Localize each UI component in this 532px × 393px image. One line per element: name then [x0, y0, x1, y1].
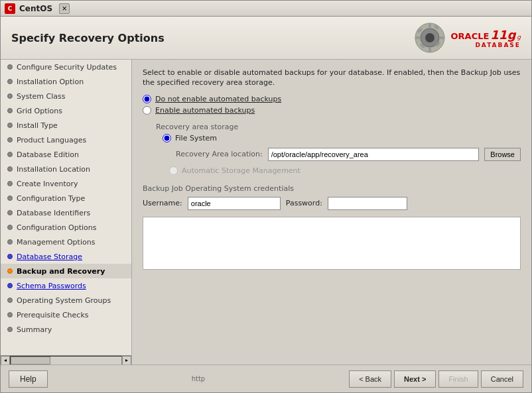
sidebar: Configure Security UpdatesInstallation O… [1, 60, 132, 365]
hscroll-right-btn[interactable]: ▸ [122, 356, 131, 365]
sidebar-item-14: Backup and Recovery [1, 264, 131, 278]
enable-backup-radio[interactable] [143, 106, 151, 115]
help-button[interactable]: Help [9, 370, 48, 388]
oracle-text: ORACLE [451, 31, 490, 41]
hscroll-left-btn[interactable]: ◂ [1, 356, 10, 365]
asm-option[interactable]: Automatic Storage Management [169, 166, 521, 175]
username-label: Username: [143, 199, 182, 207]
hscroll-track[interactable] [10, 356, 122, 365]
sidebar-item-label-11: Configuration Options [17, 223, 97, 232]
svg-point-2 [425, 33, 434, 42]
sidebar-item-label-13: Database Storage [17, 253, 82, 261]
browse-button[interactable]: Browse [484, 148, 521, 161]
sidebar-item-15[interactable]: Schema Passwords [1, 278, 131, 293]
cancel-button[interactable]: Cancel [481, 370, 523, 388]
sidebar-item-5[interactable]: Product Languages [1, 133, 131, 147]
sidebar-item-16[interactable]: Operating System Groups [1, 293, 131, 308]
credentials-label: Backup Job Operating System credentials [143, 184, 521, 193]
sidebar-item-17[interactable]: Prerequisite Checks [1, 308, 131, 322]
sidebar-item-1[interactable]: Installation Option [1, 74, 131, 89]
sidebar-dot-18 [7, 327, 13, 332]
recovery-area-label: Recovery area storage [156, 123, 521, 131]
sidebar-dot-9 [7, 196, 13, 201]
sidebar-item-6[interactable]: Database Edition [1, 147, 131, 162]
sidebar-item-13[interactable]: Database Storage [1, 249, 131, 264]
sidebar-item-18[interactable]: Summary [1, 322, 131, 337]
password-input[interactable] [328, 197, 407, 210]
recovery-location-label: Recovery Area location: [176, 150, 263, 158]
file-system-label[interactable]: File System [175, 134, 217, 142]
page-header: Specify Recovery Options ORACLE [1, 17, 531, 60]
username-input[interactable] [188, 197, 281, 210]
oracle-logo: ORACLE 11g g DATABASE [414, 22, 521, 54]
svg-rect-4 [429, 47, 431, 52]
sidebar-item-label-7: Installation Location [17, 165, 90, 174]
sidebar-dot-8 [7, 181, 13, 186]
sidebar-dot-1 [7, 79, 13, 84]
sidebar-dot-16 [7, 298, 13, 303]
page-title: Specify Recovery Options [11, 32, 165, 44]
sidebar-dot-17 [7, 312, 13, 317]
sidebar-item-3[interactable]: Grid Options [1, 103, 131, 118]
recovery-location-input[interactable] [268, 148, 480, 161]
no-backup-label[interactable]: Do not enable automated backups [155, 95, 281, 103]
no-backup-option[interactable]: Do not enable automated backups [143, 95, 521, 103]
finish-button[interactable]: Finish [438, 370, 478, 388]
sidebar-item-label-16: Operating System Groups [17, 296, 111, 305]
svg-rect-5 [415, 36, 421, 39]
sidebar-item-label-10: Database Identifiers [17, 209, 90, 217]
sidebar-item-label-12: Management Options [17, 238, 95, 247]
sidebar-dot-0 [7, 64, 13, 70]
sidebar-dot-14 [7, 268, 13, 274]
oracle-db-sub: DATABASE [475, 42, 521, 48]
hscroll-thumb[interactable] [11, 357, 50, 365]
sidebar-dot-5 [7, 137, 13, 142]
sidebar-item-9[interactable]: Configuration Type [1, 191, 131, 205]
recovery-location-row: Recovery Area location: Browse [176, 148, 521, 161]
sidebar-dot-15 [7, 283, 13, 288]
enable-backup-option[interactable]: Enable automated backups [143, 106, 521, 115]
sidebar-item-7[interactable]: Installation Location [1, 162, 131, 176]
file-system-radio[interactable] [163, 134, 171, 142]
sidebar-item-0[interactable]: Configure Security Updates [1, 60, 131, 74]
no-backup-radio[interactable] [143, 95, 151, 103]
close-button[interactable]: × [59, 3, 70, 14]
oracle-gear-icon [414, 22, 446, 54]
sidebar-item-label-9: Configuration Type [17, 194, 85, 203]
sidebar-item-12[interactable]: Management Options [1, 235, 131, 249]
sidebar-item-label-4: Install Type [17, 121, 58, 130]
sidebar-dot-10 [7, 210, 13, 215]
sidebar-item-4[interactable]: Install Type [1, 118, 131, 133]
log-area [143, 217, 521, 270]
main-content-panel: Select to enable or disable automated ba… [132, 60, 531, 365]
sidebar-scroll[interactable]: Configure Security UpdatesInstallation O… [1, 60, 131, 355]
sidebar-item-10[interactable]: Database Identifiers [1, 205, 131, 220]
footer-left: Help [9, 370, 48, 388]
sidebar-dot-4 [7, 123, 13, 128]
sidebar-item-label-6: Database Edition [17, 150, 79, 159]
footer-right: < Back Next > Finish Cancel [349, 370, 523, 388]
back-button[interactable]: < Back [349, 370, 391, 388]
sidebar-dot-11 [7, 225, 13, 230]
file-system-option[interactable]: File System [163, 134, 521, 142]
sidebar-item-2[interactable]: System Class [1, 89, 131, 103]
footer-url: http [192, 375, 206, 382]
next-button[interactable]: Next > [394, 370, 436, 388]
titlebar-label: CentOS [19, 4, 52, 13]
asm-label: Automatic Storage Management [182, 166, 300, 175]
asm-radio[interactable] [169, 166, 178, 175]
backup-options-group: Do not enable automated backups Enable a… [143, 95, 521, 210]
sidebar-item-label-5: Product Languages [17, 136, 86, 144]
svg-rect-3 [429, 23, 431, 28]
recovery-area-section: Recovery area storage File System Recove… [156, 117, 521, 175]
footer: Help http < Back Next > Finish Cancel [1, 365, 531, 392]
storage-options: File System Recovery Area location: Brow… [163, 134, 521, 175]
sidebar-item-11[interactable]: Configuration Options [1, 220, 131, 235]
sidebar-item-label-8: Create Inventory [17, 180, 78, 188]
credentials-row: Username: Password: [143, 197, 521, 210]
sidebar-hscrollbar[interactable]: ◂ ▸ [1, 355, 131, 365]
sidebar-item-8[interactable]: Create Inventory [1, 176, 131, 191]
enable-backup-label[interactable]: Enable automated backups [155, 106, 255, 115]
password-label: Password: [286, 199, 322, 207]
sidebar-item-label-0: Configure Security Updates [17, 63, 117, 72]
